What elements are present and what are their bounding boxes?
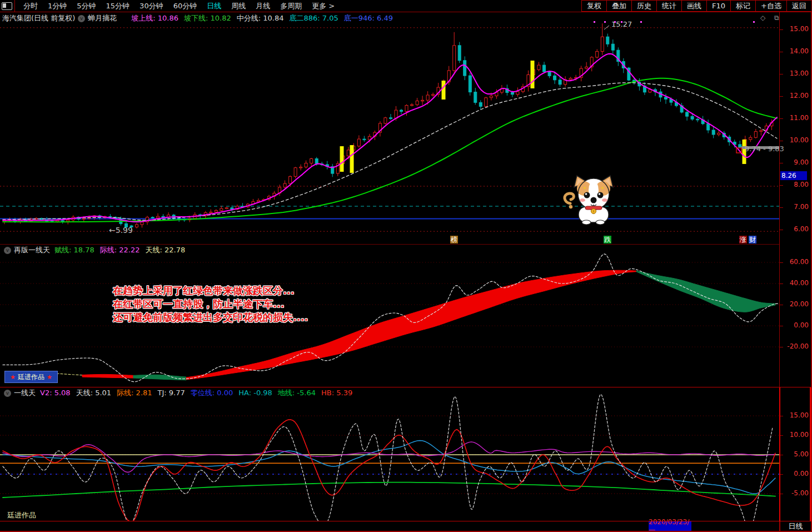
y-axis-tickmark	[780, 185, 783, 186]
y-axis-label: 14.00	[781, 47, 809, 55]
field-天线: 天线: 22.78	[145, 246, 185, 254]
chart-annotation: ←5.99	[109, 226, 133, 235]
field-天线: 天线: 5.01	[76, 389, 111, 397]
current-date-text: 2020/03/23/一	[649, 518, 691, 532]
candles	[3, 23, 773, 230]
window-icon[interactable]	[2, 2, 12, 10]
y-axis-tickmark	[780, 52, 783, 52]
yellow-signal-bar	[350, 145, 354, 173]
toolbar-button-复权[interactable]: 复权	[581, 0, 607, 12]
tab-日线[interactable]: 日线	[202, 2, 226, 10]
y-axis-tickmark	[780, 29, 783, 30]
toolbar-button-历史[interactable]: 历史	[631, 0, 657, 12]
chevron-down-icon[interactable]: v	[4, 247, 11, 254]
author-watermark-badge: ★ 廷进作品 ★	[4, 371, 58, 383]
y-axis-tickmark	[780, 96, 783, 97]
field-TJ: TJ: 9.77	[158, 389, 185, 397]
y-axis-label: 0.00	[781, 470, 809, 478]
v2-magenta-line	[3, 442, 775, 473]
y-axis-tickmark	[780, 207, 783, 208]
y-axis-label: 11.00	[781, 114, 809, 122]
main-candlestick-chart[interactable]	[0, 12, 779, 246]
dixian-green-line	[3, 483, 775, 498]
date-axis-separator	[0, 521, 812, 521]
author-watermark-text: 廷进作品	[7, 510, 36, 520]
toolbar-button-画线[interactable]: 画线	[681, 0, 707, 12]
tab-5分钟[interactable]: 5分钟	[72, 2, 101, 10]
toolbar-button-标记[interactable]: 标记	[730, 0, 756, 12]
field-际线: 际线: 22.22	[100, 246, 140, 254]
badge-榜[interactable]: 榜	[450, 236, 458, 243]
bottom-indicator-values: V2: 5.08天线: 5.01际线: 2.81TJ: 9.77零位线: 0.0…	[40, 388, 358, 398]
tab-15分钟[interactable]: 15分钟	[101, 2, 135, 10]
y-axis-tickmark	[780, 284, 783, 284]
chart-annotation: 9.74 - 9.83	[745, 145, 784, 153]
period-tabs: 分时1分钟5分钟15分钟30分钟60分钟日线周线月线多周期更多 >	[18, 1, 340, 11]
badge-财[interactable]: 财	[749, 236, 756, 243]
toolbar-button-统计[interactable]: 统计	[656, 0, 682, 12]
trend-band-red-early	[82, 374, 133, 378]
middle-indicator-name[interactable]: 再版一线天	[14, 245, 50, 255]
badge-涨[interactable]: 涨	[739, 236, 747, 243]
y-axis-label: 6.00	[781, 225, 809, 233]
toolbar-button-+自选[interactable]: +自选	[755, 0, 787, 12]
tab-30分钟[interactable]: 30分钟	[134, 2, 168, 10]
dog-mascot-sticker	[561, 173, 618, 226]
star-icon: ★	[47, 374, 52, 381]
period-toolbar: 分时1分钟5分钟15分钟30分钟60分钟日线周线月线多周期更多 > 复权叠加历史…	[0, 0, 812, 12]
price-marker-value: 8.26	[781, 172, 796, 180]
tab-分时[interactable]: 分时	[18, 2, 43, 10]
chart-annotation: 15.27	[611, 20, 632, 28]
y-axis-tickmark	[780, 163, 783, 163]
yellow-signal-bar	[340, 146, 344, 172]
y-axis-label: 0.00	[781, 321, 809, 329]
y-axis-label: 40.00	[781, 279, 809, 287]
field-HB: HB: 5.39	[321, 389, 352, 397]
tab-多周期[interactable]: 多周期	[275, 2, 307, 10]
ma-mid-white-dashed-line	[3, 83, 777, 220]
y-axis-tickmark	[780, 326, 783, 326]
field-赋线: 赋线: 18.78	[54, 246, 94, 254]
tab-1分钟[interactable]: 1分钟	[43, 2, 72, 10]
y-axis-label: 10.00	[781, 431, 809, 439]
field-零位线: 零位线: 0.00	[191, 389, 233, 397]
period-label: 日线	[789, 521, 803, 531]
period-label-box[interactable]: 日线	[780, 521, 811, 531]
ha-cyan-line	[3, 441, 775, 494]
y-axis-label: 8.00	[781, 181, 809, 188]
tab-月线[interactable]: 月线	[251, 2, 275, 10]
toolbar-separator	[0, 12, 812, 12]
bottom-panel-right-red-border	[810, 387, 811, 521]
tab-周线[interactable]: 周线	[226, 2, 251, 10]
yellow-signal-bar	[442, 81, 446, 100]
y-axis-label: 10.00	[781, 136, 809, 144]
y-axis-label: 15.00	[781, 411, 809, 419]
field-V2: V2: 5.08	[40, 389, 71, 397]
tab-60分钟[interactable]: 60分钟	[168, 2, 202, 10]
hb-red-line	[3, 420, 775, 521]
toolbar-button-返回[interactable]: 返回	[786, 0, 812, 12]
yellow-signal-bar	[531, 61, 535, 88]
current-price-marker: 8.26	[780, 171, 807, 180]
y-axis-tickmark	[780, 230, 783, 230]
y-axis-label: 12.00	[781, 92, 809, 100]
current-date-highlight: 2020/03/23/一	[649, 521, 691, 531]
y-axis-label: 15.00	[781, 25, 809, 33]
dog-tail	[565, 193, 574, 203]
badge-跌[interactable]: 跌	[604, 236, 611, 243]
toolbar-buttons: 复权叠加历史统计画线F10标记+自选返回	[582, 0, 812, 12]
toolbar-button-叠加[interactable]: 叠加	[606, 0, 632, 12]
y-axis-label: -20.00	[781, 342, 809, 350]
y-axis-tickmark	[780, 305, 783, 305]
field-HA: HA: -0.98	[238, 389, 272, 397]
chevron-down-icon[interactable]: v	[4, 390, 11, 397]
toolbar-button-F10[interactable]: F10	[706, 0, 731, 12]
tab-更多 >[interactable]: 更多 >	[307, 2, 340, 10]
y-axis-tickmark	[780, 347, 783, 347]
field-地线: 地线: -5.64	[278, 389, 316, 397]
y-axis-tickmark	[780, 262, 783, 263]
bottom-indicator-chart[interactable]	[0, 387, 779, 521]
middle-panel-header: v 再版一线天 赋线: 18.78际线: 22.22天线: 22.78	[1, 245, 191, 255]
bottom-indicator-name[interactable]: 一线天	[14, 388, 36, 398]
ma-fast-magenta-line	[3, 54, 777, 222]
